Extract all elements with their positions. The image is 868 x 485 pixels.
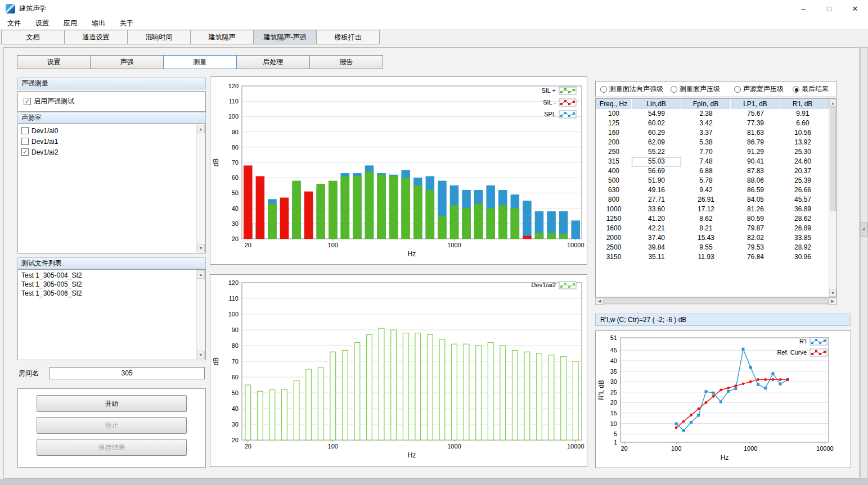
- table-cell[interactable]: 26.91: [681, 195, 731, 205]
- table-row[interactable]: 160042.218.2179.8726.89: [596, 224, 829, 233]
- enable-si-checkbox[interactable]: [24, 98, 31, 105]
- table-cell[interactable]: 41.20: [632, 214, 681, 224]
- channel-list-scrollbar[interactable]: [196, 125, 205, 252]
- table-cell[interactable]: 25.39: [780, 176, 825, 185]
- table-cell[interactable]: 90.41: [731, 157, 780, 166]
- table-cell[interactable]: 60.02: [632, 119, 681, 128]
- table-cell[interactable]: 9.55: [681, 243, 731, 252]
- radio-option[interactable]: 测量面法向声强级: [600, 81, 663, 97]
- menu-item[interactable]: 应用: [56, 17, 84, 29]
- table-cell[interactable]: 500: [596, 176, 632, 185]
- table-cell[interactable]: 5.78: [681, 176, 731, 185]
- main-tab[interactable]: 楼板打击: [316, 30, 380, 44]
- table-cell[interactable]: 7.48: [681, 157, 731, 166]
- table-cell[interactable]: 2.38: [681, 109, 731, 119]
- table-cell[interactable]: 49.16: [632, 185, 681, 195]
- table-cell[interactable]: 3150: [596, 252, 632, 262]
- channel-item[interactable]: Dev1/ai2: [19, 147, 196, 157]
- scroll-up-icon[interactable]: [197, 125, 205, 133]
- table-cell[interactable]: 1000: [596, 205, 632, 214]
- table-row[interactable]: 63049.169.4286.5926.66: [596, 185, 829, 195]
- table-row[interactable]: 80027.7126.9184.0545.57: [596, 195, 829, 205]
- table-cell[interactable]: 8.62: [681, 214, 731, 224]
- table-cell[interactable]: 76.84: [731, 252, 780, 262]
- table-cell[interactable]: 91.29: [731, 147, 780, 157]
- scroll-down-icon[interactable]: [829, 289, 836, 297]
- main-tab[interactable]: 建筑隔声-声强: [253, 30, 317, 44]
- channel-checkbox[interactable]: [21, 138, 29, 145]
- table-cell[interactable]: 55.03: [632, 157, 681, 166]
- main-tab[interactable]: 混响时间: [127, 30, 191, 44]
- table-cell[interactable]: 27.71: [632, 195, 681, 205]
- scroll-left-icon[interactable]: [596, 298, 604, 305]
- file-item[interactable]: Test 1_305-004_SI2: [19, 271, 196, 280]
- channel-checkbox[interactable]: [21, 148, 29, 156]
- table-cell[interactable]: 86.79: [731, 138, 780, 147]
- sub-tab[interactable]: 声强: [90, 55, 164, 69]
- radio-circle-icon[interactable]: [600, 86, 607, 93]
- table-cell[interactable]: 11.93: [681, 252, 731, 262]
- table-cell[interactable]: 86.59: [731, 185, 780, 195]
- table-cell[interactable]: 2500: [596, 243, 632, 252]
- radio-option[interactable]: 测量面声压级: [671, 81, 720, 97]
- table-cell[interactable]: 6.60: [780, 119, 825, 128]
- table-cell[interactable]: 9.42: [681, 185, 731, 195]
- table-cell[interactable]: 3.42: [681, 119, 731, 128]
- table-cell[interactable]: 2000: [596, 233, 632, 243]
- stop-button[interactable]: 停止: [37, 417, 187, 434]
- close-button[interactable]: ✕: [842, 0, 868, 17]
- table-cell[interactable]: 81.26: [731, 205, 780, 214]
- file-item[interactable]: Test 1_305-005_SI2: [19, 280, 196, 289]
- scroll-up-icon[interactable]: [197, 270, 205, 279]
- table-row[interactable]: 315035.1111.9376.8430.96: [596, 252, 829, 262]
- radio-option[interactable]: 最后结果: [793, 81, 829, 97]
- table-cell[interactable]: 7.70: [681, 147, 731, 157]
- sub-tab[interactable]: 报告: [309, 55, 383, 69]
- table-cell[interactable]: 36.89: [780, 205, 825, 214]
- table-cell[interactable]: 100: [596, 109, 632, 119]
- table-cell[interactable]: 79.53: [731, 243, 780, 252]
- table-cell[interactable]: 33.85: [780, 233, 825, 243]
- channel-item[interactable]: Dev1/ai0: [19, 125, 196, 136]
- maximize-button[interactable]: □: [816, 0, 842, 17]
- table-cell[interactable]: 80.59: [731, 214, 780, 224]
- table-cell[interactable]: 160: [596, 128, 632, 138]
- table-cell[interactable]: 1600: [596, 224, 632, 233]
- table-cell[interactable]: 630: [596, 185, 632, 195]
- table-cell[interactable]: 250: [596, 147, 632, 157]
- file-item[interactable]: Test 1_305-006_SI2: [19, 289, 196, 298]
- table-cell[interactable]: 17.12: [681, 205, 731, 214]
- table-cell[interactable]: 56.69: [632, 166, 681, 176]
- table-cell[interactable]: 28.62: [780, 214, 825, 224]
- table-row[interactable]: 12560.023.4277.396.60: [596, 119, 829, 128]
- table-cell[interactable]: 1250: [596, 214, 632, 224]
- table-cell[interactable]: 800: [596, 195, 632, 205]
- table-row[interactable]: 100033.6017.1281.2636.89: [596, 205, 829, 214]
- table-cell[interactable]: 30.96: [780, 252, 825, 262]
- table-cell[interactable]: 81.63: [731, 128, 780, 138]
- minimize-button[interactable]: –: [790, 0, 816, 17]
- table-row[interactable]: 50051.905.7888.0625.39: [596, 176, 829, 185]
- table-cell[interactable]: 88.06: [731, 176, 780, 185]
- table-cell[interactable]: 125: [596, 119, 632, 128]
- table-row[interactable]: 25055.227.7091.2925.30: [596, 147, 829, 157]
- table-vscrollbar[interactable]: [829, 99, 836, 297]
- radio-option[interactable]: 声源室声压级: [734, 81, 784, 97]
- table-cell[interactable]: 39.84: [632, 243, 681, 252]
- table-cell[interactable]: 28.92: [780, 243, 825, 252]
- table-cell[interactable]: 84.05: [731, 195, 780, 205]
- table-cell[interactable]: 13.92: [780, 138, 825, 147]
- table-row[interactable]: 10054.992.3875.679.91: [596, 109, 829, 119]
- radio-circle-icon[interactable]: [671, 86, 677, 93]
- table-cell[interactable]: 87.83: [731, 166, 780, 176]
- table-cell[interactable]: 75.67: [731, 109, 780, 119]
- table-cell[interactable]: 82.02: [731, 233, 780, 243]
- radio-circle-icon[interactable]: [734, 86, 741, 93]
- table-cell[interactable]: 35.11: [632, 252, 681, 262]
- start-button[interactable]: 开始: [37, 395, 187, 412]
- table-cell[interactable]: 62.09: [632, 138, 681, 147]
- table-cell[interactable]: 15.43: [681, 233, 731, 243]
- table-cell[interactable]: 45.57: [780, 195, 825, 205]
- sub-tab[interactable]: 测量: [163, 55, 237, 69]
- scroll-right-icon[interactable]: [829, 298, 836, 305]
